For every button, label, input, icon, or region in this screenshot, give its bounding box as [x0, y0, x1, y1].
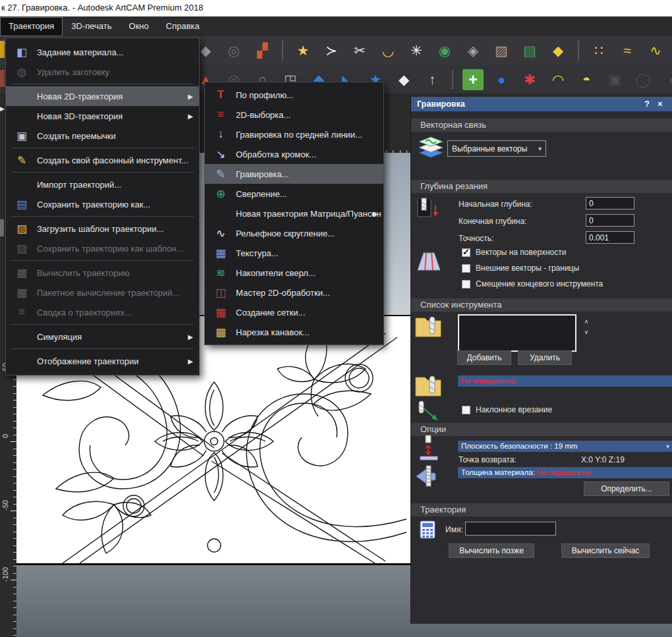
submenu-item-fluting[interactable]: ▩ Нарезка канавок...	[205, 322, 383, 342]
spin-up-button[interactable]: ∧	[581, 317, 592, 326]
check-vectors-on-surface[interactable]: Векторы на поверхности	[462, 248, 567, 257]
scatter-circles-icon[interactable]: ∷	[588, 40, 609, 61]
fillet-arc-icon[interactable]: ◡	[378, 40, 399, 61]
submenu-item-create-grid[interactable]: ▦ Создание сетки...	[205, 302, 383, 322]
toolbar-separator	[578, 41, 579, 61]
menu-item-label: Сверление...	[236, 189, 287, 199]
submenu-item-relief-rounding[interactable]: ∿ Рельефное скругление...	[205, 223, 383, 243]
menubar-item-window[interactable]: Окно	[121, 17, 157, 36]
toolpath-name-input[interactable]	[465, 522, 556, 536]
submenu-item-die-punch[interactable]: Новая траектория Матрица/Пуансон ▶	[205, 204, 383, 223]
safe-plane-bar[interactable]: Плоскость безопасности : 19 mm ▾	[458, 441, 672, 452]
submenu-item-centerline-engrave[interactable]: ↓ Гравировка по средней линии...	[205, 125, 383, 144]
menu-item-material-setup[interactable]: ◧ Задание материала...	[6, 42, 199, 62]
hatch-star-icon[interactable]: ✱	[519, 69, 540, 90]
check-endmill-offset[interactable]: Смещение концевого инструмента	[462, 279, 603, 289]
submenu-item-drilling[interactable]: ⊕ Сверление...	[205, 184, 383, 204]
calculator-icon	[419, 520, 436, 541]
checkbox-label: Наклонное врезание	[476, 405, 552, 414]
menu-item-save-toolpath-as[interactable]: ▤ Сохранить траекторию как...	[6, 194, 199, 214]
batch-calculate-icon: ▦	[14, 285, 29, 300]
submenu-item-2d-pocket[interactable]: ≡ 2D-выборка...	[205, 105, 383, 125]
menu-item-new-3d-toolpath[interactable]: Новая 3D-траектория ▶	[6, 106, 199, 126]
spin-down-button[interactable]: ∨	[581, 327, 592, 337]
calculate-now-button[interactable]: Вычислить сейчас	[561, 543, 650, 558]
check-outer-vectors-boundary[interactable]: Внешние векторы - границы	[462, 263, 579, 273]
menu-item-import-toolpaths[interactable]: Импорт траекторий...	[6, 175, 199, 194]
menu-item-label: Вычислить траекторию	[37, 268, 130, 278]
emboss-oval-icon[interactable]: ◉	[434, 40, 455, 61]
ruler-tick	[13, 635, 16, 636]
copy-relief-icon[interactable]: ▤	[519, 40, 540, 61]
checkbox-icon[interactable]	[462, 280, 470, 289]
tolerance-input[interactable]	[586, 231, 634, 244]
dotted-flow-icon[interactable]: ≈	[617, 40, 638, 61]
profile-icon: Т	[213, 88, 228, 102]
tool-list-box[interactable]	[458, 314, 576, 352]
wrap-relief-icon[interactable]: ◈	[462, 40, 484, 61]
add-tool-button[interactable]: Добавить	[457, 350, 511, 365]
stamp-ring-icon[interactable]: ◆	[547, 40, 569, 61]
chevron-down-icon: ▾	[666, 441, 669, 452]
surface-vectors-icon	[416, 251, 441, 274]
menu-item-label: По профилю...	[236, 90, 294, 100]
vector-association-select[interactable]: Выбранные векторы ▾	[447, 140, 546, 157]
menu-item-new-2d-toolpath[interactable]: Новая 2D-траектория ▶	[6, 86, 199, 106]
maze-relief-icon[interactable]: ▨	[491, 40, 512, 61]
drill-banks-icon: ≋	[213, 265, 228, 280]
submenu-item-edge-machining[interactable]: ↘ Обработка кромок...	[205, 144, 383, 164]
menu-item-create-bridges[interactable]: ▣ Создать перемычки	[6, 126, 199, 146]
checkbox-icon[interactable]	[462, 248, 470, 257]
finish-depth-input[interactable]	[586, 214, 634, 227]
delete-stock-icon: ◍	[14, 65, 29, 79]
ruler-tick	[13, 552, 16, 553]
flower-vector-icon[interactable]: ✳	[406, 40, 427, 61]
ruler-tick	[13, 532, 16, 532]
curve-arrow-icon[interactable]: ◠	[547, 69, 569, 90]
checkbox-icon[interactable]	[462, 264, 470, 273]
color-swatches-icon[interactable]: ▞	[252, 40, 273, 61]
blob-blue-icon[interactable]: ●	[491, 69, 512, 90]
ruler-tick	[13, 386, 16, 387]
menu-item-simulation[interactable]: Симуляция ▶	[6, 327, 199, 346]
diamond-two-rail-icon[interactable]: ◆	[393, 69, 414, 90]
window-title: к 27. Гравировка. - Autodesk ArtCAM Prem…	[0, 0, 672, 16]
submenu-item-profile[interactable]: Т По профилю...	[205, 85, 383, 105]
docked-tab[interactable]	[0, 219, 4, 236]
menubar-item-help[interactable]: Справка	[157, 17, 208, 36]
wizard-icon: ◫	[213, 285, 228, 300]
calculate-later-button[interactable]: Вычислить позже	[449, 543, 534, 558]
vector-chevron-icon[interactable]: ≻	[321, 40, 342, 61]
trim-vectors-icon[interactable]: ✂	[349, 40, 370, 61]
submenu-item-texture[interactable]: ▦ Текстура...	[205, 243, 383, 263]
menu-item-toolpath-display[interactable]: Отображение траектории ▶	[6, 351, 199, 371]
ruler-tick	[13, 607, 16, 608]
menu-item-custom-form-tool[interactable]: ✎ Создать свой фасонный инструмент...	[6, 150, 199, 170]
dome-split-icon[interactable]: ◓	[576, 69, 597, 90]
stamp-oval-icon[interactable]: ◎	[223, 40, 244, 61]
section-toolpath: Траектория	[411, 503, 672, 516]
checkbox-icon[interactable]	[462, 406, 470, 414]
calculate-icon: ▦	[14, 265, 29, 280]
layer-stack-up-icon[interactable]: ↑	[422, 69, 443, 90]
menubar-item-3dprint[interactable]: 3D-печать	[63, 17, 120, 36]
section-cut-depth: Глубина резания	[411, 180, 672, 193]
check-ramp-plunge[interactable]: Наклонное врезание	[462, 405, 552, 414]
submenu-item-2d-wizard[interactable]: ◫ Мастер 2D-обработки...	[205, 283, 383, 302]
submenu-item-drill-banks[interactable]: ≋ Накопители сверл...	[205, 263, 383, 283]
add-relief-icon[interactable]: +	[462, 69, 484, 90]
submenu-item-engraving[interactable]: ✎ Гравировка...	[205, 164, 383, 184]
menu-separator	[11, 172, 194, 173]
remove-tool-button[interactable]: Удалить	[518, 350, 572, 365]
menu-item-load-toolpath-template[interactable]: ▨ Загрузить шаблон траектории...	[6, 219, 199, 238]
close-button[interactable]: ×	[654, 99, 667, 109]
polyline-nodes-icon[interactable]: ∿	[645, 40, 666, 61]
start-depth-input[interactable]	[586, 197, 634, 209]
open-vector-library-icon[interactable]: ★	[293, 40, 314, 61]
section-vector-link: Векторная связь	[411, 119, 672, 132]
grid-icon: ▦	[213, 305, 228, 319]
help-button[interactable]: ?	[640, 99, 654, 109]
define-material-button[interactable]: Определить...	[584, 482, 669, 496]
menubar-item-trajectory[interactable]: Траектория	[0, 17, 63, 36]
checkbox-label: Смещение концевого инструмента	[476, 279, 603, 289]
